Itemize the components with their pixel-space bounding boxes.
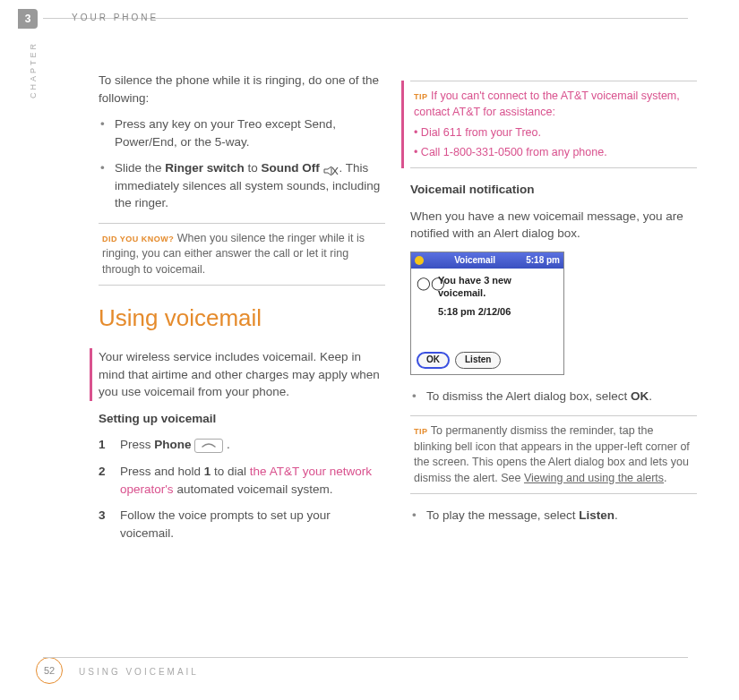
screenshot-message: You have 3 new voicemail. 5:18 pm 2/12/0… [438,274,511,318]
tip-label: TIP [414,427,428,436]
content-columns: To silence the phone while it is ringing… [99,72,699,551]
revision-bar: Your wireless service includes voicemail… [90,348,385,401]
text: . [223,438,230,451]
play-list: To play the message, select Listen. [410,507,697,525]
chapter-label: CHAPTER [29,41,38,98]
step-item: 2 Press and hold 1 to dial the AT&T your… [99,463,385,498]
footer-label: USING VOICEMAIL [79,667,199,677]
text: Press and hold [120,465,204,478]
text: Follow the voice prompts to set up your … [120,508,331,540]
text: . [664,472,666,484]
tip-label: TIP [414,92,428,101]
text: automated voicemail system. [174,482,333,496]
silence-options-list: Press any key on your Treo except Send, … [99,115,385,212]
step-item: 3 Follow the voice prompts to set up you… [99,507,385,542]
screenshot-titlebar: Voicemail 5:18 pm [411,252,563,269]
left-column: To silence the phone while it is ringing… [99,72,385,551]
step-item: 1 Press Phone . [99,436,385,454]
dismiss-list: To dismiss the Alert dialog box, select … [410,388,697,405]
screenshot-button-row: OK Listen [411,348,563,374]
list-item: Slide the Ringer switch to Sound Off . T… [99,159,385,212]
phone-button-icon [194,439,223,453]
msg-line2: voicemail. [438,287,486,298]
tip-bullet: Call 1-800-331-0500 from any phone. [421,146,607,158]
bold-text: Phone [154,438,191,451]
text: to dial [211,465,250,478]
link-text: Viewing and using the alerts [524,472,664,484]
notification-paragraph: When you have a new voicemail message, y… [410,208,697,243]
tip-box-dismiss: TIP To permanently dismiss the reminder,… [410,415,697,494]
running-header: YOUR PHONE [72,13,159,22]
voicemail-intro: Your wireless service includes voicemail… [99,348,385,401]
text: to [245,161,262,175]
bold-text: Sound Off [262,161,320,175]
alert-dialog-screenshot: Voicemail 5:18 pm ◯◯ You have 3 new voic… [410,252,564,375]
did-you-know-box: DID YOU KNOW? When you silence the ringe… [99,223,385,286]
text: To play the message, select [426,508,579,522]
text: Press [120,438,154,451]
msg-line1: You have 3 new [438,275,511,286]
text: . [649,389,652,403]
bold-text: Listen [579,508,614,522]
text: Slide the [115,161,165,175]
bold-text: Ringer switch [165,161,245,175]
subheading: Voicemail notification [410,181,697,199]
bell-icon [415,256,424,265]
tip-bullet: Dial 611 from your Treo. [421,126,541,139]
page: 3 YOUR PHONE CHAPTER To silence the phon… [0,0,739,700]
right-column: TIP If you can't connect to the AT&T voi… [410,72,697,551]
list-item: Press any key on your Treo except Send, … [99,115,385,150]
step-number: 3 [99,507,106,525]
screenshot-spacer [411,323,563,348]
text: To dismiss the Alert dialog box, select [426,389,631,403]
footer: USING VOICEMAIL [43,657,688,677]
ok-button: OK [417,352,450,369]
step-number: 2 [99,463,106,481]
tip-text: If you can't connect to the AT&T voicema… [414,90,680,118]
chapter-number-badge: 3 [18,9,38,29]
struck-text: the AT&T [250,465,299,478]
intro-paragraph: To silence the phone while it is ringing… [99,72,385,107]
voicemail-tape-icon: ◯◯ [417,274,433,318]
dyk-label: DID YOU KNOW? [102,235,174,243]
screenshot-title: Voicemail [454,254,495,268]
text: . [614,508,618,522]
tip-box-att: TIP If you can't connect to the AT&T voi… [410,81,697,168]
list-item: To dismiss the Alert dialog box, select … [410,388,697,405]
listen-button: Listen [455,352,501,369]
sound-off-icon [323,164,339,175]
list-item: To play the message, select Listen. [410,507,697,525]
screenshot-clock: 5:18 pm [526,254,560,268]
subheading: Setting up voicemail [99,410,385,428]
bold-text: OK [631,389,649,403]
revision-bar: TIP If you can't connect to the AT&T voi… [401,81,697,168]
screenshot-body: ◯◯ You have 3 new voicemail. 5:18 pm 2/1… [411,269,563,323]
section-heading: Using voicemail [99,302,385,336]
msg-timestamp: 5:18 pm 2/12/06 [438,305,511,318]
step-number: 1 [99,436,106,454]
setup-steps: 1 Press Phone . 2 Press and hold 1 to di… [99,436,385,542]
